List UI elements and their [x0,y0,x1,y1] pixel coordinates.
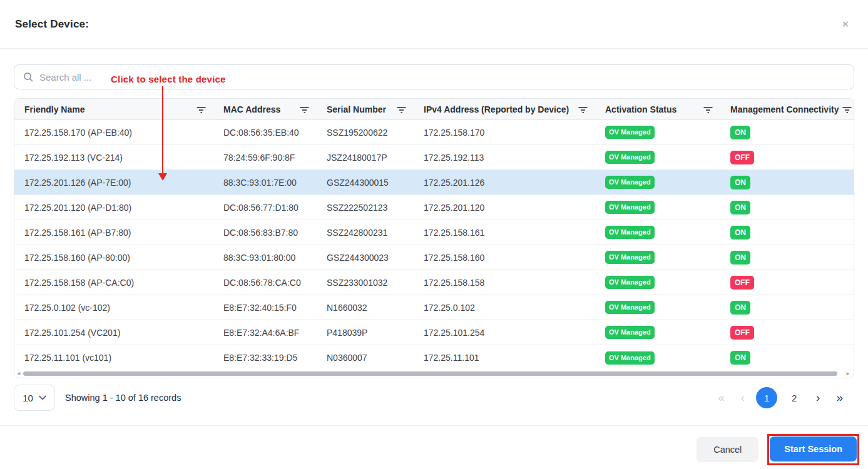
page-button-2[interactable]: 2 [784,387,805,408]
cell-serial-number: JSZ24180017P [317,145,414,169]
cell-activation-status: OV Managed [595,170,720,194]
filter-icon[interactable] [300,105,309,114]
cell-mac-address: E8:E7:32:33:19:D5 [213,345,317,370]
page-title: Select Device: [15,18,89,31]
cell-mac-address: E8:E7:32:A4:6A:BF [213,320,317,345]
activation-status-badge: OV Managed [605,251,655,264]
activation-status-badge: OV Managed [605,301,655,314]
table-body: 172.25.158.170 (AP-EB:40) DC:08:56:35:EB… [14,120,854,370]
connectivity-badge: ON [730,201,750,214]
cell-friendly-name: 172.25.0.102 (vc-102) [14,295,213,320]
table-row[interactable]: 172.25.11.101 (vc101) E8:E7:32:33:19:D5 … [14,345,854,370]
chevron-down-icon [39,395,46,400]
column-header-activation-status: Activation Status [595,99,720,119]
filter-icon[interactable] [842,105,852,114]
cell-friendly-name: 172.25.192.113 (VC-214) [14,145,213,169]
pagination-bar: 10 Showing 1 - 10 of 16 records « ‹ 1 2 … [14,383,854,412]
annotation-arrowhead-icon [158,173,167,181]
cell-ipv4-address: 172.25.158.158 [414,270,595,295]
prev-page-button[interactable]: ‹ [736,391,750,405]
scroll-right-icon[interactable]: ► [845,371,850,377]
table-row[interactable]: 172.25.0.102 (vc-102) E8:E7:32:40:15:F0 … [14,295,854,320]
device-table: Friendly Name MAC Address Serial Number … [14,98,854,378]
start-session-highlight-box: Start Session [767,434,859,465]
cell-serial-number: GSZ244300015 [317,170,414,194]
search-placeholder: Search all ... [39,72,91,83]
cell-friendly-name: 172.25.11.101 (vc101) [14,345,213,370]
pager: « ‹ 1 2 › » [713,387,854,408]
connectivity-badge: ON [730,351,750,365]
annotation-label: Click to select the device [111,74,226,84]
activation-status-badge: OV Managed [605,151,655,164]
cell-management-connectivity: ON [720,170,854,194]
activation-status-badge: OV Managed [605,176,655,189]
cell-activation-status: OV Managed [595,295,720,320]
cell-management-connectivity: OFF [720,145,854,169]
cell-ipv4-address: 172.25.158.160 [414,245,595,270]
activation-status-badge: OV Managed [605,276,655,289]
cell-management-connectivity: OFF [720,270,854,295]
cell-ipv4-address: 172.25.0.102 [414,295,595,320]
connectivity-badge: OFF [730,326,754,340]
cell-mac-address: DC:08:56:83:B7:80 [213,220,317,245]
cell-activation-status: OV Managed [595,245,720,270]
cell-mac-address: DC:08:56:35:EB:40 [213,120,317,144]
activation-status-badge: OV Managed [605,201,655,214]
cell-serial-number: N0360007 [317,345,414,370]
cell-ipv4-address: 172.25.192.113 [414,145,595,169]
cell-mac-address: DC:08:56:77:D1:80 [213,195,317,219]
cell-activation-status: OV Managed [595,270,720,295]
cell-management-connectivity: ON [720,120,854,144]
cell-serial-number: SSZ195200622 [317,120,414,144]
filter-icon[interactable] [397,105,406,114]
cell-ipv4-address: 172.25.201.126 [414,170,595,194]
horizontal-scrollbar[interactable]: ◄ ► [14,370,854,378]
column-header-mac-address: MAC Address [213,99,317,119]
table-row[interactable]: 172.25.201.120 (AP-D1:80) DC:08:56:77:D1… [14,195,854,220]
table-row[interactable]: 172.25.101.254 (VC201) E8:E7:32:A4:6A:BF… [14,320,854,345]
table-row[interactable]: 172.25.158.161 (AP-B7:80) DC:08:56:83:B7… [14,220,854,245]
next-page-button[interactable]: › [811,391,825,405]
scrollbar-thumb[interactable] [23,371,837,376]
scroll-left-icon[interactable]: ◄ [16,371,21,377]
filter-icon[interactable] [197,105,206,114]
cell-activation-status: OV Managed [595,320,720,345]
cell-serial-number: SSZ233001032 [317,270,414,295]
table-row[interactable]: 172.25.158.170 (AP-EB:40) DC:08:56:35:EB… [14,120,854,145]
column-header-friendly-name: Friendly Name [14,99,213,119]
filter-icon[interactable] [703,105,713,114]
cell-serial-number: N1660032 [317,295,414,320]
annotation-arrow [162,86,163,174]
filter-icon[interactable] [578,105,588,114]
cell-ipv4-address: 172.25.158.161 [414,220,595,245]
cell-friendly-name: 172.25.158.161 (AP-B7:80) [14,220,213,245]
cell-friendly-name: 172.25.201.120 (AP-D1:80) [14,195,213,219]
cancel-button[interactable]: Cancel [697,437,758,462]
cell-serial-number: GSZ244300023 [317,245,414,270]
cell-mac-address: 88:3C:93:01:7E:00 [213,170,317,194]
page-button-1[interactable]: 1 [756,387,777,408]
column-header-ipv4-address: IPv4 Address (Reported by Device) [414,99,595,119]
table-row[interactable]: 172.25.192.113 (VC-214) 78:24:59:6F:90:8… [14,145,854,170]
records-summary: Showing 1 - 10 of 16 records [65,393,181,403]
table-row[interactable]: 172.25.158.160 (AP-80:00) 88:3C:93:01:80… [14,245,854,270]
activation-status-badge: OV Managed [605,326,655,339]
connectivity-badge: ON [730,251,750,265]
cell-serial-number: SSZ242800231 [317,220,414,245]
table-row[interactable]: 172.25.158.158 (AP-CA:C0) DC:08:56:78:CA… [14,270,854,295]
connectivity-badge: ON [730,126,750,139]
page-size-select[interactable]: 10 [14,385,55,411]
close-icon[interactable]: ✕ [839,17,852,31]
connectivity-badge: ON [730,226,750,240]
cell-activation-status: OV Managed [595,195,720,219]
last-page-button[interactable]: » [831,391,848,405]
cell-mac-address: E8:E7:32:40:15:F0 [213,295,317,320]
table-row[interactable]: 172.25.201.126 (AP-7E:00) 88:3C:93:01:7E… [14,170,854,195]
cell-friendly-name: 172.25.158.170 (AP-EB:40) [14,120,213,144]
first-page-button[interactable]: « [713,391,730,405]
start-session-button[interactable]: Start Session [770,436,857,461]
cell-activation-status: OV Managed [595,145,720,169]
cell-mac-address: DC:08:56:78:CA:C0 [213,270,317,295]
column-header-serial-number: Serial Number [317,99,414,119]
cell-management-connectivity: ON [720,195,854,219]
